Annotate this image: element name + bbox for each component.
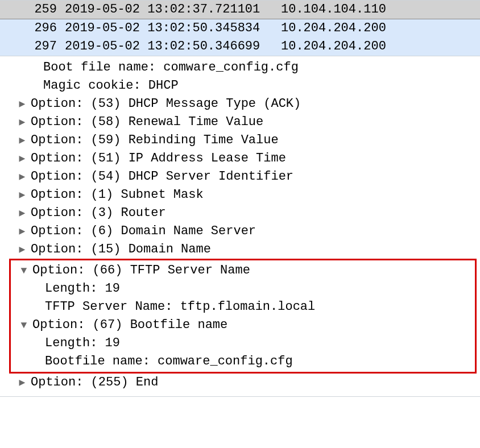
tree-item[interactable]: Option: (58) Renewal Time Value — [0, 113, 480, 131]
collapse-icon[interactable] — [19, 316, 29, 334]
dhcp-option-67-value: Bootfile name: comware_config.cfg — [42, 352, 293, 371]
tree-item[interactable]: Magic cookie: DHCP — [0, 77, 480, 95]
tree-item[interactable]: Option: (3) Router — [0, 204, 480, 222]
packet-details: Boot file name: comware_config.cfg Magic… — [0, 56, 480, 397]
dhcp-option: Option: (59) Rebinding Time Value — [27, 131, 279, 150]
expand-icon[interactable] — [17, 168, 27, 186]
packet-src: 10.204.204.200 — [281, 39, 480, 55]
detail-magic-cookie: Magic cookie: DHCP — [40, 77, 179, 95]
dhcp-option: Option: (54) DHCP Server Identifier — [27, 168, 293, 186]
packet-time: 2019-05-02 13:02:50.345834 — [65, 20, 281, 36]
dhcp-option: Option: (6) Domain Name Server — [27, 222, 256, 240]
tree-item[interactable]: Boot file name: comware_config.cfg — [0, 59, 480, 77]
expand-icon[interactable] — [17, 240, 27, 259]
packet-no: 297 — [0, 39, 65, 55]
tree-item[interactable]: Option: (255) End — [0, 374, 480, 392]
expand-icon[interactable] — [17, 222, 27, 240]
expand-icon[interactable] — [17, 131, 27, 150]
dhcp-option: Option: (51) IP Address Lease Time — [27, 150, 286, 168]
tree-item[interactable]: Option: (6) Domain Name Server — [0, 222, 480, 240]
tree-item[interactable]: Bootfile name: comware_config.cfg — [11, 352, 475, 371]
tree-item[interactable]: Option: (59) Rebinding Time Value — [0, 131, 480, 150]
tree-item[interactable]: Option: (51) IP Address Lease Time — [0, 150, 480, 168]
packet-no: 259 — [0, 2, 65, 18]
packet-time: 2019-05-02 13:02:37.721101 — [65, 2, 281, 18]
tree-item[interactable]: Option: (1) Subnet Mask — [0, 186, 480, 204]
dhcp-option-67-length: Length: 19 — [42, 334, 120, 352]
expand-icon[interactable] — [17, 150, 27, 168]
collapse-icon[interactable] — [19, 262, 29, 280]
expand-icon[interactable] — [17, 204, 27, 222]
dhcp-option: Option: (53) DHCP Message Type (ACK) — [27, 95, 301, 113]
highlighted-options: Option: (66) TFTP Server Name Length: 19… — [9, 259, 477, 374]
tree-item[interactable]: Option: (15) Domain Name — [0, 240, 480, 259]
packet-list: 259 2019-05-02 13:02:37.721101 10.104.10… — [0, 0, 480, 56]
expand-icon[interactable] — [17, 186, 27, 204]
packet-time: 2019-05-02 13:02:50.346699 — [65, 39, 281, 55]
expand-icon[interactable] — [17, 113, 27, 131]
packet-row[interactable]: 259 2019-05-02 13:02:37.721101 10.104.10… — [0, 1, 480, 19]
packet-row[interactable]: 296 2019-05-02 13:02:50.345834 10.204.20… — [0, 19, 480, 38]
dhcp-option: Option: (58) Renewal Time Value — [27, 113, 263, 131]
dhcp-option: Option: (3) Router — [27, 204, 166, 222]
tree-item[interactable]: TFTP Server Name: tftp.flomain.local — [11, 298, 475, 316]
tree-item[interactable]: Option: (66) TFTP Server Name — [11, 262, 475, 280]
packet-no: 296 — [0, 20, 65, 36]
dhcp-option-66-length: Length: 19 — [42, 280, 120, 298]
detail-boot-file: Boot file name: comware_config.cfg — [40, 59, 299, 77]
tree-item[interactable]: Option: (67) Bootfile name — [11, 316, 475, 334]
expand-icon[interactable] — [17, 374, 27, 392]
dhcp-option-end: Option: (255) End — [27, 374, 158, 392]
dhcp-option: Option: (15) Domain Name — [27, 240, 211, 259]
packet-row[interactable]: 297 2019-05-02 13:02:50.346699 10.204.20… — [0, 38, 480, 56]
dhcp-option-66: Option: (66) TFTP Server Name — [29, 262, 250, 280]
packet-src: 10.204.204.200 — [281, 20, 480, 36]
dhcp-option: Option: (1) Subnet Mask — [27, 186, 204, 204]
tree-item[interactable]: Option: (53) DHCP Message Type (ACK) — [0, 95, 480, 113]
tree-item[interactable]: Length: 19 — [11, 280, 475, 298]
dhcp-option-66-value: TFTP Server Name: tftp.flomain.local — [42, 298, 315, 316]
tree-item[interactable]: Option: (54) DHCP Server Identifier — [0, 168, 480, 186]
tree-item[interactable]: Length: 19 — [11, 334, 475, 352]
dhcp-option-67: Option: (67) Bootfile name — [29, 316, 227, 334]
expand-icon[interactable] — [17, 95, 27, 113]
packet-src: 10.104.104.110 — [281, 2, 480, 18]
